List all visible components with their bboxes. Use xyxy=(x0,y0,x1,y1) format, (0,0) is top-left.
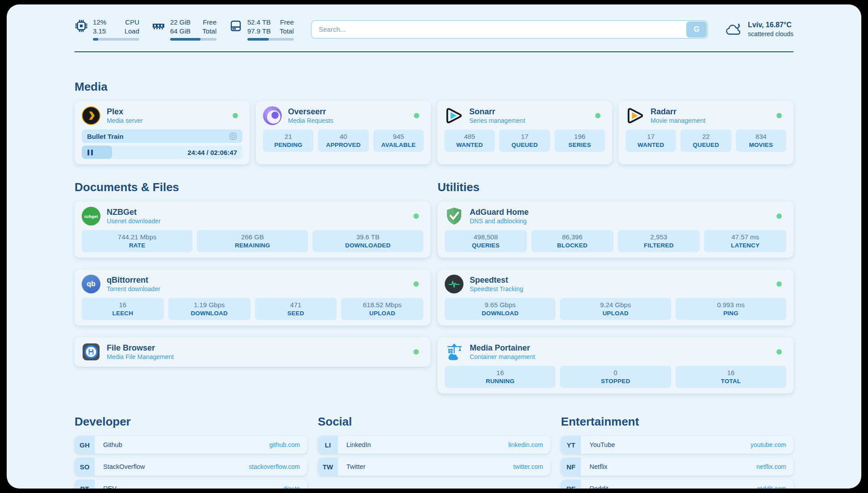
stat-box: 1.19 Gbps DOWNLOAD xyxy=(168,298,250,320)
stat-box: 471 SEED xyxy=(255,298,337,320)
status-dot-online xyxy=(413,213,419,219)
status-dot-online xyxy=(776,113,782,118)
camera-icon[interactable] xyxy=(229,132,237,140)
bookmark-name: LinkedIn xyxy=(346,441,371,448)
section-utilities: Utilities AdGuard Home DNS and adblockin… xyxy=(438,180,793,393)
app-title: Speedtest xyxy=(470,275,523,285)
bookmark-netflix[interactable]: NF Netflix netflix.com xyxy=(561,458,793,476)
stat-value: 498,508 xyxy=(447,233,525,241)
stat-value: 945 xyxy=(375,133,422,140)
app-link-speedtest[interactable]: Speedtest Speedtest Tracking xyxy=(445,275,786,293)
app-link-filebrowser[interactable]: File Browser Media File Management xyxy=(82,343,423,361)
stat-label: APPROVED xyxy=(320,142,367,148)
stat-label: DOWNLOAD xyxy=(170,310,249,317)
now-playing-bar: Bullet Train xyxy=(82,130,242,143)
stat-label: WANTED xyxy=(627,142,674,148)
stat-value: 17 xyxy=(627,133,674,140)
app-card-nzbget: nzbget NZBGet Usenet downloader 744.21 M… xyxy=(75,201,430,258)
stat-label: UPLOAD xyxy=(343,310,421,317)
stat-box: 196 SERIES xyxy=(555,130,605,152)
stat-label: TOTAL xyxy=(677,378,785,384)
bookmark-abbr: GH xyxy=(75,436,95,454)
ram-labels: Free Total xyxy=(202,18,217,35)
app-title: File Browser xyxy=(107,343,174,353)
status-dot-online xyxy=(776,281,782,287)
stat-value: 834 xyxy=(738,133,785,140)
app-link-radarr[interactable]: Radarr Movie management xyxy=(626,106,786,125)
bookmark-abbr: LI xyxy=(318,436,338,454)
search-input[interactable] xyxy=(311,20,708,39)
ram-progress-fill xyxy=(170,38,200,41)
app-link-overseerr[interactable]: Overseerr Media Requests xyxy=(263,106,424,125)
stat-value: 22 xyxy=(682,133,729,140)
app-subtitle: Series management xyxy=(469,117,525,125)
stat-value: 2,953 xyxy=(620,233,698,241)
cpu-labels: CPU Load xyxy=(125,18,139,35)
status-dot-online xyxy=(414,113,419,118)
cpu-progress-bar xyxy=(93,38,139,41)
app-title: NZBGet xyxy=(107,207,161,217)
bookmark-github[interactable]: GH Github github.com xyxy=(75,436,307,454)
section-title-media: Media xyxy=(75,80,793,94)
stat-label: RATE xyxy=(83,242,191,249)
cpu-widget: 12% 3.15 CPU Load xyxy=(75,18,139,41)
bookmark-abbr: TW xyxy=(318,458,338,476)
app-subtitle: Container management xyxy=(470,353,535,361)
app-card-speedtest: Speedtest Speedtest Tracking 9.65 Gbps D… xyxy=(438,269,793,326)
qbittorrent-icon: qb xyxy=(82,275,100,293)
disk-labels: Free Total xyxy=(280,18,294,35)
stat-value: 744.21 Mbps xyxy=(83,233,191,241)
radarr-icon xyxy=(626,106,644,125)
app-subtitle: Movie management xyxy=(651,117,705,125)
stat-box: 9.65 Gbps DOWNLOAD xyxy=(445,298,555,320)
bookmark-url: stackoverflow.com xyxy=(249,463,300,470)
bookmark-reddit[interactable]: RE Reddit reddit.com xyxy=(561,480,793,489)
bookmark-stackoverflow[interactable]: SO StackOverflow stackoverflow.com xyxy=(75,458,307,476)
playback-progress-fill xyxy=(82,146,112,159)
app-title: Sonarr xyxy=(469,107,525,117)
app-card-sonarr: Sonarr Series management 485 WANTED 17 Q… xyxy=(437,101,612,164)
bookmark-youtube[interactable]: YT YouTube youtube.com xyxy=(561,436,793,454)
app-link-sonarr[interactable]: Sonarr Series management xyxy=(444,106,605,125)
stat-value: 16 xyxy=(447,369,554,376)
stat-value: 0.993 ms xyxy=(677,301,785,309)
filebrowser-icon xyxy=(82,343,100,361)
stat-label: QUEUED xyxy=(501,142,548,148)
app-link-qbittorrent[interactable]: qb qBittorrent Torrent downloader xyxy=(82,275,423,293)
bookmark-linkedin[interactable]: LI LinkedIn linkedin.com xyxy=(318,436,551,454)
app-card-filebrowser: File Browser Media File Management xyxy=(75,337,430,367)
weather-condition: scattered clouds xyxy=(748,30,793,38)
bookmark-twitter[interactable]: TW Twitter twitter.com xyxy=(318,458,551,476)
stat-value: 9.65 Gbps xyxy=(447,301,554,309)
app-link-adguard[interactable]: AdGuard Home DNS and adblocking xyxy=(445,207,786,226)
stat-label: PING xyxy=(677,310,785,317)
now-playing-title: Bullet Train xyxy=(87,133,124,140)
search-bar: G xyxy=(311,20,708,39)
sonarr-icon xyxy=(444,106,463,125)
status-dot-online xyxy=(233,113,238,118)
stat-value: 39.6 TB xyxy=(314,233,421,241)
bookmark-name: Twitter xyxy=(346,463,366,470)
stat-value: 47.57 ms xyxy=(706,233,785,241)
stat-box: 2,953 FILTERED xyxy=(618,230,700,252)
status-dot-online xyxy=(413,349,419,355)
stat-label: UPLOAD xyxy=(562,310,669,317)
app-link-nzbget[interactable]: nzbget NZBGet Usenet downloader xyxy=(82,207,423,226)
app-link-plex[interactable]: Plex Media server xyxy=(82,106,242,125)
stat-value: 9.24 Gbps xyxy=(562,301,669,309)
bookmark-dev[interactable]: DT DEV dev.to xyxy=(75,480,307,489)
app-link-portainer[interactable]: Media Portainer Container management xyxy=(445,343,786,361)
stat-box: 16 TOTAL xyxy=(676,366,786,388)
stat-box: 744.21 Mbps RATE xyxy=(82,230,192,252)
section-title-developer: Developer xyxy=(75,415,307,429)
stat-box: 266 GB REMAINING xyxy=(197,230,308,252)
app-card-qbittorrent: qb qBittorrent Torrent downloader 16 LEE… xyxy=(75,269,430,326)
app-subtitle: Media Requests xyxy=(288,117,333,125)
search-engine-button[interactable]: G xyxy=(686,21,707,38)
bookmark-url: linkedin.com xyxy=(509,441,543,448)
bookmark-abbr: YT xyxy=(561,436,581,454)
section-title-social: Social xyxy=(318,415,551,429)
pause-icon[interactable] xyxy=(88,150,93,155)
bookmark-abbr: SO xyxy=(75,458,95,476)
disk-icon xyxy=(229,19,242,33)
